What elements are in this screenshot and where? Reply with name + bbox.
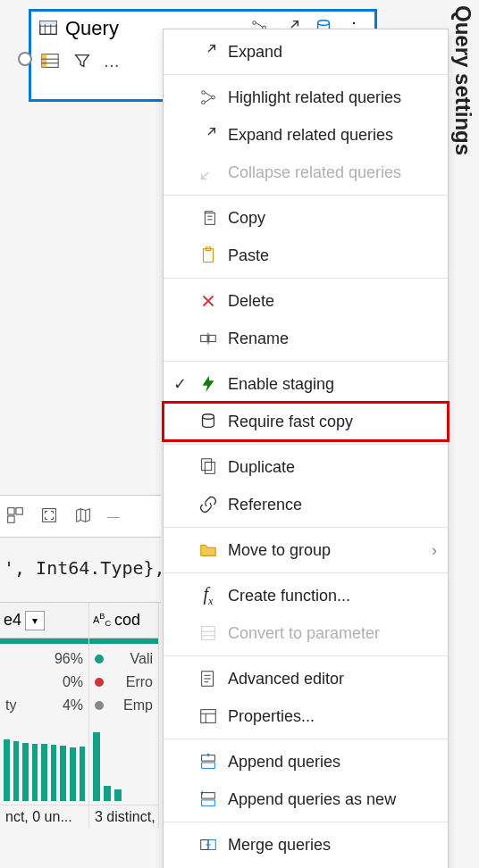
parameter-icon: [197, 623, 219, 643]
data-preview: e4 ▾ 96% 0% ty4% nct, 0 un... ABC cod Va…: [0, 602, 161, 829]
advanced-editor-icon: [197, 669, 219, 689]
svg-point-5: [253, 21, 256, 24]
svg-rect-10: [42, 54, 47, 68]
menu-merge-queries-new[interactable]: + Merge queries as new: [164, 864, 448, 868]
svg-rect-45: [43, 508, 56, 522]
chevron-right-icon: ›: [432, 541, 437, 560]
menu-copy[interactable]: Copy: [164, 199, 448, 237]
menu-append-queries-new[interactable]: + Append queries as new: [164, 780, 448, 818]
menu-enable-staging[interactable]: ✓ Enable staging: [164, 365, 448, 403]
menu-reference[interactable]: Reference: [164, 486, 448, 523]
menu-append-queries[interactable]: Append queries: [164, 743, 448, 780]
empty-dot-icon: [95, 701, 104, 710]
error-pct: 0%: [63, 674, 83, 690]
table-preview-icon[interactable]: [40, 51, 60, 73]
delete-icon: [197, 291, 219, 311]
svg-rect-19: [201, 335, 207, 341]
svg-rect-44: [8, 515, 14, 522]
column-header[interactable]: e4 ▾: [0, 603, 88, 638]
bottom-toolbar: —: [0, 495, 161, 538]
svg-point-13: [202, 91, 206, 95]
grid-icon[interactable]: [5, 505, 25, 528]
distribution-bars: [0, 724, 88, 805]
svg-rect-16: [205, 213, 214, 225]
menu-delete[interactable]: Delete: [164, 282, 448, 320]
highlight-related-icon: [197, 88, 219, 107]
svg-rect-42: [8, 507, 14, 513]
function-icon: fx: [197, 584, 219, 608]
menu-expand-related[interactable]: Expand related queries: [164, 116, 448, 154]
expand-icon: [197, 42, 219, 62]
valid-pct: 96%: [55, 651, 83, 667]
svg-point-8: [318, 20, 330, 25]
menu-expand[interactable]: Expand: [164, 33, 448, 71]
svg-rect-35: [202, 800, 215, 805]
valid-dot-icon: [95, 655, 104, 664]
fast-copy-icon: [197, 412, 219, 431]
fit-icon[interactable]: [39, 505, 59, 528]
column-name: cod: [114, 611, 140, 630]
table-icon: [38, 18, 58, 40]
empty-pct: 4%: [63, 697, 83, 714]
svg-rect-23: [205, 463, 214, 474]
svg-rect-20: [209, 335, 215, 341]
staging-icon: [197, 374, 219, 394]
menu-move-to-group[interactable]: Move to group ›: [164, 531, 448, 569]
column-name: e4: [4, 611, 21, 630]
distinct-summary: nct, 0 un...: [0, 805, 88, 829]
menu-duplicate[interactable]: Duplicate: [164, 448, 448, 486]
menu-properties[interactable]: Properties...: [164, 697, 448, 735]
svg-point-14: [202, 101, 206, 104]
svg-point-22: [203, 414, 214, 420]
svg-rect-29: [201, 710, 216, 723]
svg-rect-33: [202, 763, 215, 768]
menu-convert-parameter: Convert to parameter: [164, 614, 448, 652]
more-dots[interactable]: ...: [105, 55, 121, 70]
copy-icon: [197, 208, 219, 228]
node-connector[interactable]: [18, 52, 32, 66]
merge-icon: [197, 835, 219, 855]
map-icon[interactable]: [73, 505, 93, 528]
menu-paste[interactable]: Paste: [164, 237, 448, 274]
svg-rect-4: [40, 21, 56, 24]
filter-icon[interactable]: [72, 51, 92, 73]
menu-merge-queries[interactable]: Merge queries: [164, 826, 448, 864]
column-stats: 96% 0% ty4%: [0, 644, 88, 724]
menu-highlight-related[interactable]: Highlight related queries: [164, 79, 448, 116]
formula-fragment: ', Int64.Type},: [0, 557, 165, 579]
column-stats: Vali Erro Emp: [89, 644, 158, 724]
preview-column-b: ABC cod Vali Erro Emp 3 distinct, 0 un..…: [89, 603, 159, 829]
type-badge: ABC: [93, 613, 111, 628]
append-icon: [197, 752, 219, 772]
svg-rect-43: [16, 507, 22, 513]
menu-advanced-editor[interactable]: Advanced editor: [164, 660, 448, 697]
column-dropdown-icon[interactable]: ▾: [25, 611, 45, 630]
rename-icon: [197, 329, 219, 348]
distribution-bars: [89, 724, 158, 805]
menu-rename[interactable]: Rename: [164, 320, 448, 357]
menu-create-function[interactable]: fx Create function...: [164, 577, 448, 614]
query-settings-panel-label[interactable]: Query settings: [450, 5, 475, 155]
duplicate-icon: [197, 457, 219, 477]
paste-icon: [197, 246, 219, 265]
preview-column-a: e4 ▾ 96% 0% ty4% nct, 0 un...: [0, 603, 89, 829]
error-dot-icon: [95, 678, 104, 687]
properties-icon: [197, 706, 219, 726]
expand-related-icon: [197, 125, 219, 145]
check-icon: ✓: [171, 374, 189, 394]
separator: —: [107, 509, 120, 523]
svg-point-15: [212, 96, 215, 99]
reference-icon: [197, 495, 219, 514]
folder-icon: [197, 540, 219, 560]
svg-text:+: +: [200, 789, 205, 797]
collapse-related-icon: [197, 163, 219, 182]
append-new-icon: +: [197, 789, 219, 809]
distinct-summary: 3 distinct, 0 un...: [89, 805, 158, 829]
column-header[interactable]: ABC cod: [89, 603, 158, 638]
svg-rect-24: [202, 459, 212, 471]
menu-collapse-related: Collapse related queries: [164, 154, 448, 191]
menu-require-fast-copy[interactable]: Require fast copy: [164, 403, 448, 440]
svg-rect-25: [202, 627, 215, 640]
context-menu: Expand Highlight related queries Expand …: [163, 29, 449, 868]
